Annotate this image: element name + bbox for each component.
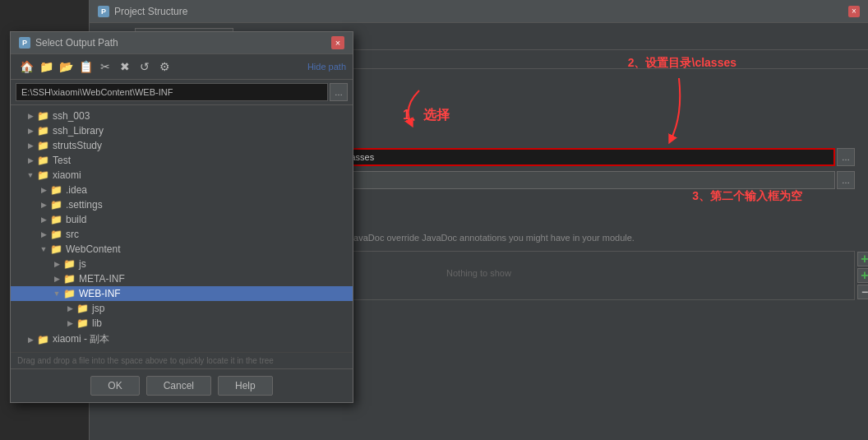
tree-item-label: META-INF bbox=[79, 273, 125, 285]
tree-item-label: js bbox=[79, 258, 86, 270]
tree-item-label: lib bbox=[92, 317, 102, 329]
tree-item-label: xiaomi bbox=[53, 169, 81, 181]
folder-icon: 📁 bbox=[37, 155, 49, 166]
tree-item-src[interactable]: ▶ 📁 src bbox=[11, 227, 353, 242]
dialog-title-icon: P bbox=[19, 37, 30, 49]
dialog-path-browse-btn[interactable]: … bbox=[330, 83, 348, 101]
toolbar-open-btn[interactable]: 📂 bbox=[57, 58, 75, 76]
javadoc-side-buttons: + + − bbox=[857, 252, 868, 299]
toolbar-cut-btn[interactable]: ✂ bbox=[96, 58, 114, 76]
folder-icon: 📁 bbox=[76, 317, 89, 329]
drag-drop-hint: Drag and drop a file into the space abov… bbox=[11, 352, 353, 368]
hide-path-button[interactable]: Hide path bbox=[307, 62, 346, 72]
expander-icon: ▶ bbox=[50, 260, 63, 268]
tree-item-xiaomi[interactable]: ▼ 📁 xiaomi bbox=[11, 168, 353, 183]
select-output-path-dialog: P Select Output Path × 🏠 📁 📂 📋 ✂ ✖ ↺ ⚙ H… bbox=[10, 31, 353, 403]
tree-item-label: jsp bbox=[92, 303, 104, 314]
tree-item-test[interactable]: ▶ 📁 Test bbox=[11, 153, 353, 168]
expander-icon: ▼ bbox=[24, 171, 37, 179]
expander-icon: ▶ bbox=[37, 186, 50, 194]
folder-icon: 📁 bbox=[50, 214, 62, 225]
folder-icon: 📁 bbox=[37, 169, 49, 181]
cancel-button[interactable]: Cancel bbox=[146, 376, 211, 396]
tree-item-label: xiaomi - 副本 bbox=[53, 332, 109, 346]
toolbar-copy-btn[interactable]: 📋 bbox=[76, 58, 95, 76]
tree-item-ssh003[interactable]: ▶ 📁 ssh_003 bbox=[11, 109, 353, 123]
tree-item-strutsstudy[interactable]: ▶ 📁 strutsStudy bbox=[11, 138, 353, 153]
tree-item-label: Test bbox=[53, 155, 71, 166]
expander-icon: ▶ bbox=[24, 156, 37, 164]
expander-icon: ▶ bbox=[63, 304, 76, 313]
help-button[interactable]: Help bbox=[218, 376, 273, 396]
expander-icon: ▶ bbox=[24, 141, 37, 150]
folder-icon: 📁 bbox=[63, 288, 76, 299]
toolbar-refresh-btn[interactable]: ↺ bbox=[136, 58, 154, 76]
expander-icon: ▶ bbox=[37, 230, 50, 239]
output-path-browse-btn[interactable]: … bbox=[837, 148, 855, 166]
ps-close-button[interactable]: × bbox=[848, 6, 860, 17]
javadoc-add-btn[interactable]: + bbox=[857, 252, 868, 266]
dialog-toolbar: 🏠 📁 📂 📋 ✂ ✖ ↺ ⚙ Hide path bbox=[11, 54, 353, 80]
tree-item-label: ssh_Library bbox=[53, 125, 104, 137]
expander-icon: ▶ bbox=[24, 112, 37, 120]
tree-item-xiaomicopy[interactable]: ▶ 📁 xiaomi - 副本 bbox=[11, 331, 353, 348]
tree-item-lib[interactable]: ▶ 📁 lib bbox=[11, 316, 353, 331]
folder-icon: 📁 bbox=[50, 243, 62, 255]
dialog-file-tree: ▶ 📁 ssh_003 ▶ 📁 ssh_Library ▶ 📁 strutsSt… bbox=[11, 105, 353, 352]
dialog-footer: OK Cancel Help bbox=[11, 368, 353, 402]
dialog-path-bar: … bbox=[11, 80, 353, 105]
expander-icon: ▶ bbox=[37, 201, 50, 209]
tree-item-label: .settings bbox=[66, 199, 103, 211]
expander-icon: ▼ bbox=[50, 289, 63, 298]
folder-icon: 📁 bbox=[37, 140, 49, 151]
folder-icon: 📁 bbox=[76, 303, 89, 314]
javadoc-add2-btn[interactable]: + bbox=[857, 268, 868, 283]
tree-item-label: WebContent bbox=[66, 243, 121, 255]
toolbar-delete-btn[interactable]: ✖ bbox=[116, 58, 134, 76]
tree-item-label: src bbox=[66, 229, 79, 240]
tree-item-label: ssh_003 bbox=[53, 110, 90, 122]
tree-item-label: strutsStudy bbox=[53, 140, 102, 151]
expander-icon: ▼ bbox=[37, 245, 50, 253]
toolbar-home-btn[interactable]: 🏠 bbox=[17, 58, 35, 76]
tree-item-idea[interactable]: ▶ 📁 .idea bbox=[11, 183, 353, 197]
ps-title-label: Project Structure bbox=[114, 6, 187, 17]
dialog-path-input[interactable] bbox=[16, 83, 328, 101]
tree-item-label: WEB-INF bbox=[79, 288, 121, 299]
ps-title-icon: P bbox=[98, 6, 109, 17]
folder-icon: 📁 bbox=[37, 334, 49, 345]
tree-item-webinf[interactable]: ▼ 📁 WEB-INF bbox=[11, 286, 353, 301]
tree-item-webcontent[interactable]: ▼ 📁 WebContent bbox=[11, 242, 353, 257]
folder-icon: 📁 bbox=[37, 125, 49, 137]
folder-icon: 📁 bbox=[50, 199, 62, 211]
toolbar-add-folder-btn[interactable]: 📁 bbox=[37, 58, 55, 76]
ps-title-bar: P Project Structure × bbox=[90, 0, 868, 23]
tree-item-metainf[interactable]: ▶ 📁 META-INF bbox=[11, 271, 353, 286]
tree-item-build[interactable]: ▶ 📁 build bbox=[11, 212, 353, 227]
tree-item-label: .idea bbox=[66, 184, 87, 196]
dialog-title-bar: P Select Output Path × bbox=[11, 32, 353, 54]
folder-icon: 📁 bbox=[63, 273, 76, 285]
dialog-close-button[interactable]: × bbox=[331, 36, 344, 49]
tree-item-label: build bbox=[66, 214, 86, 225]
expander-icon: ▶ bbox=[63, 319, 76, 327]
folder-icon: 📁 bbox=[63, 258, 76, 270]
ok-button[interactable]: OK bbox=[90, 376, 139, 396]
folder-icon: 📁 bbox=[37, 110, 49, 122]
test-output-browse-btn[interactable]: … bbox=[837, 171, 855, 189]
expander-icon: ▶ bbox=[24, 336, 37, 344]
expander-icon: ▶ bbox=[24, 127, 37, 135]
tree-item-sshlibrary[interactable]: ▶ 📁 ssh_Library bbox=[11, 123, 353, 138]
folder-icon: 📁 bbox=[50, 229, 62, 240]
tree-item-settings[interactable]: ▶ 📁 .settings bbox=[11, 197, 353, 212]
toolbar-settings-btn[interactable]: ⚙ bbox=[155, 58, 173, 76]
folder-icon: 📁 bbox=[50, 184, 62, 196]
tree-item-jsp[interactable]: ▶ 📁 jsp bbox=[11, 301, 353, 316]
javadoc-remove-btn[interactable]: − bbox=[857, 285, 868, 299]
tree-item-js[interactable]: ▶ 📁 js bbox=[11, 257, 353, 271]
expander-icon: ▶ bbox=[37, 215, 50, 224]
dialog-title-label: Select Output Path bbox=[35, 37, 118, 49]
expander-icon: ▶ bbox=[50, 275, 63, 283]
